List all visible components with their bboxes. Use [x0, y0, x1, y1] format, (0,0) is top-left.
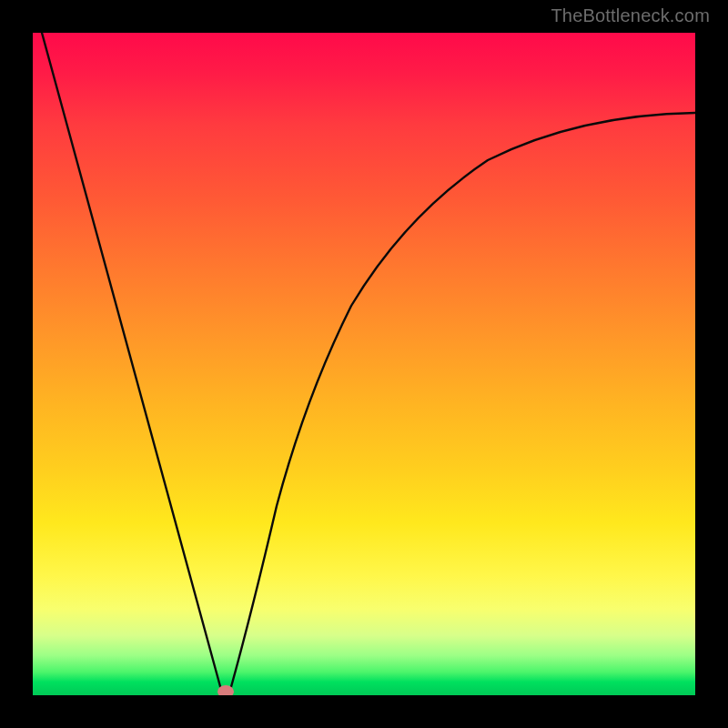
- curve-right: [229, 113, 695, 693]
- plot-area: [33, 33, 695, 695]
- chart-frame: TheBottleneck.com: [0, 0, 728, 728]
- curve-layer: [33, 33, 695, 695]
- watermark-text: TheBottleneck.com: [551, 5, 710, 26]
- curve-left: [42, 33, 221, 690]
